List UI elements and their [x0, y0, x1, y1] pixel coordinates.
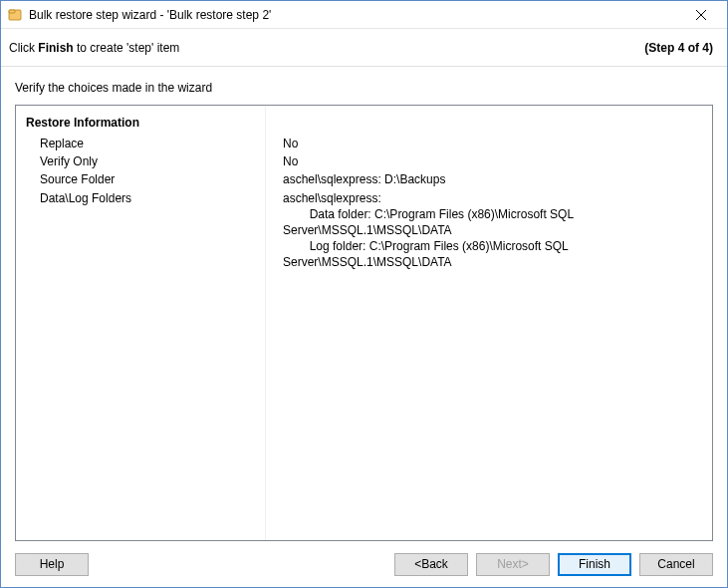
value-verify-only: No: [283, 153, 702, 169]
instruction-text: Click Finish to create 'step' item: [9, 41, 644, 55]
instruction-prefix: Click: [9, 41, 38, 55]
back-button[interactable]: <Back: [394, 553, 468, 576]
label-replace: Replace: [26, 136, 283, 151]
row-source-folder: Source Folder aschel\sqlexpress: D:\Back…: [26, 171, 702, 187]
row-data-log-folders: Data\Log Folders aschel\sqlexpress: Data…: [26, 190, 702, 271]
next-button[interactable]: Next>: [476, 553, 550, 576]
section-title: Restore Information: [26, 116, 702, 130]
svg-rect-1: [9, 10, 15, 13]
label-source-folder: Source Folder: [26, 171, 283, 187]
value-source-folder: aschel\sqlexpress: D:\Backups: [283, 171, 702, 187]
step-indicator: (Step 4 of 4): [644, 41, 719, 55]
instruction-bold: Finish: [38, 41, 73, 55]
column-separator: [265, 106, 266, 540]
value-replace: No: [283, 136, 702, 151]
titlebar: Bulk restore step wizard - 'Bulk restore…: [1, 1, 727, 29]
wizard-window: Bulk restore step wizard - 'Bulk restore…: [0, 0, 728, 588]
cancel-button[interactable]: Cancel: [639, 553, 713, 576]
verify-label: Verify the choices made in the wizard: [15, 81, 713, 95]
label-verify-only: Verify Only: [26, 153, 283, 169]
summary-panel: Restore Information Replace No Verify On…: [15, 105, 713, 541]
app-icon: [7, 7, 23, 23]
value-data-log-folders: aschel\sqlexpress: Data folder: C:\Progr…: [283, 190, 702, 271]
subheader: Click Finish to create 'step' item (Step…: [1, 29, 727, 67]
instruction-suffix: to create 'step' item: [74, 41, 180, 55]
finish-button[interactable]: Finish: [558, 553, 631, 576]
window-title: Bulk restore step wizard - 'Bulk restore…: [29, 8, 681, 22]
footer: Help <Back Next> Finish Cancel: [1, 541, 727, 587]
close-button[interactable]: [681, 3, 721, 27]
help-button[interactable]: Help: [15, 553, 89, 576]
label-data-log-folders: Data\Log Folders: [26, 190, 283, 206]
row-verify-only: Verify Only No: [26, 153, 702, 169]
row-replace: Replace No: [26, 136, 702, 151]
wizard-body: Verify the choices made in the wizard Re…: [1, 67, 727, 541]
summary-content: Restore Information Replace No Verify On…: [16, 106, 712, 283]
